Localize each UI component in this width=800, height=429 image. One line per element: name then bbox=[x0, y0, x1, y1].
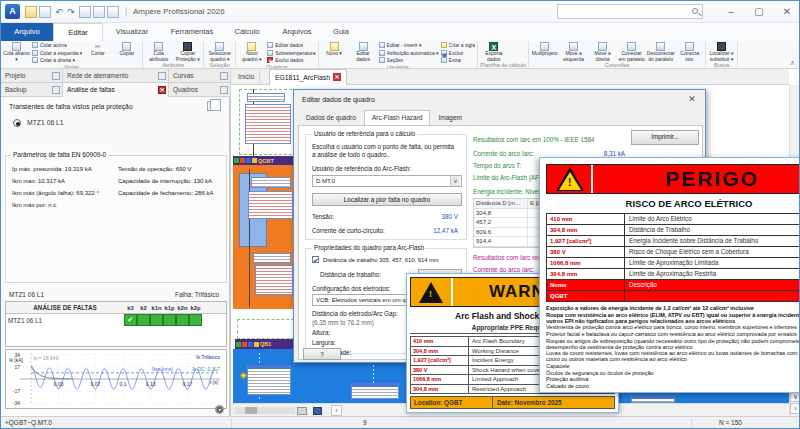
panel-tab-analise-de-faltas[interactable]: Análise de faltas✕ bbox=[63, 83, 169, 97]
redo-icon[interactable]: ↷ bbox=[65, 6, 77, 18]
auto-assign-button[interactable]: Atribuição automática ▾ bbox=[379, 50, 439, 57]
edit-page-button[interactable]: Editar dados bbox=[350, 42, 377, 62]
panel-tab-quadros[interactable]: Quadros bbox=[169, 83, 231, 97]
fault-cell-k2p[interactable] bbox=[189, 314, 202, 326]
tab-arquivos[interactable]: Arquivos bbox=[271, 23, 323, 41]
new-frame-button[interactable]: Novo quadro ▾ bbox=[238, 42, 265, 62]
tab-ferramentas[interactable]: Ferramentas bbox=[161, 23, 223, 41]
fault-cell-k1p[interactable] bbox=[163, 314, 176, 326]
fault-cell-k1n[interactable] bbox=[150, 314, 163, 326]
panel-tab-icon[interactable] bbox=[220, 72, 228, 80]
diagram-node-label bbox=[247, 365, 291, 395]
perigo-subtitle: RISCO DE ARCO ELÉTRICO bbox=[546, 198, 800, 209]
search-input[interactable] bbox=[557, 4, 703, 19]
panel-tab-icon[interactable] bbox=[220, 86, 228, 94]
find-worst-fault-button[interactable]: Localizar a pior falta no quadro bbox=[312, 193, 462, 206]
undo-icon[interactable]: ↶ bbox=[53, 6, 65, 18]
doc-tab-inicio[interactable]: Início bbox=[233, 69, 260, 85]
move-left-icon bbox=[569, 42, 578, 51]
dialog-tab-imagem[interactable]: Imagem bbox=[430, 110, 469, 126]
fault-cell-k3[interactable]: ✔ bbox=[124, 314, 137, 326]
multiproject-icon bbox=[540, 42, 549, 51]
fault-cell-k2n[interactable] bbox=[176, 314, 189, 326]
bus-bar-qgbt[interactable]: QGBT bbox=[233, 156, 293, 165]
open-folder-icon[interactable] bbox=[25, 6, 37, 18]
tab-arquivo[interactable]: Arquivo bbox=[1, 23, 53, 41]
curto-circuito-value: 12,47 kA bbox=[433, 227, 458, 234]
tab-editar[interactable]: Editar bbox=[53, 23, 103, 41]
print-icon[interactable] bbox=[297, 407, 307, 415]
binoculars-button[interactable]: Localizar e substituir ▾ bbox=[708, 42, 735, 62]
imprimir-button[interactable]: Imprimir... bbox=[631, 130, 699, 145]
panel-tab-icon[interactable] bbox=[52, 72, 60, 80]
move-right-button[interactable]: Move a direita bbox=[589, 42, 616, 62]
edit-grid-button[interactable]: Editar dados bbox=[267, 42, 315, 49]
settings-gear-icon[interactable] bbox=[215, 405, 224, 414]
doc-tab-arcflash[interactable]: EG1811_ArcFlash✕ bbox=[269, 69, 347, 85]
customize-toolbar-icon[interactable] bbox=[107, 6, 119, 18]
panel-tab-rede-aterramento[interactable]: Rede de aterramento bbox=[63, 69, 169, 83]
transient-radio[interactable] bbox=[13, 119, 21, 127]
select-frame-button[interactable]: Selecione quadro ▾ bbox=[206, 42, 233, 62]
new-page-button[interactable]: Novo ▾ bbox=[321, 42, 348, 57]
fault-table-column: k3 bbox=[124, 302, 137, 314]
scroll-left-button[interactable]: ‹ bbox=[331, 405, 342, 416]
save-icon[interactable] bbox=[313, 407, 322, 415]
edit-insert-button[interactable]: Editar - inserir ▾ bbox=[379, 42, 439, 49]
grid-icon[interactable] bbox=[93, 6, 105, 18]
perigo-paragraphs: Exposição a valores de energia incidente… bbox=[546, 306, 800, 388]
panel-tab-backup[interactable]: Backup bbox=[1, 83, 63, 97]
scissors-button[interactable]: ✂Cortar bbox=[84, 42, 111, 57]
scrollbar-track[interactable] bbox=[235, 407, 295, 414]
multiproject-button[interactable]: Multiprojeto bbox=[531, 42, 558, 57]
dialog-close-button[interactable]: ✕ bbox=[679, 90, 705, 108]
temperature-button[interactable]: Sobretemperatura bbox=[267, 50, 315, 57]
dialog-tab-dados[interactable]: Dados de quadro bbox=[298, 110, 364, 126]
tab-calculo[interactable]: Cálculo bbox=[223, 23, 271, 41]
print-icon[interactable] bbox=[79, 6, 91, 18]
bus-bar-qb1[interactable]: QB1 bbox=[235, 339, 299, 349]
window-title: Ampère Profissional 2026 bbox=[133, 7, 225, 16]
paste-button[interactable]: Cola abaixo ▾ bbox=[3, 42, 30, 62]
fault-analysis-table[interactable]: ANÁLISE DE FALTAS k3k2k1nk1pk2nk2p MTZ1 … bbox=[5, 301, 227, 347]
arcflash-user-select[interactable]: D.MT.0 bbox=[312, 175, 462, 187]
help-button[interactable]: ? bbox=[303, 348, 341, 360]
left-panel: Projeto Rede de aterramento Curvas Backu… bbox=[1, 69, 231, 416]
perigo-paragraph: Capacete bbox=[546, 364, 800, 370]
svg-text:Ik Trifásico: Ik Trifásico bbox=[196, 354, 220, 360]
copy-icon[interactable] bbox=[207, 101, 216, 111]
excel-button[interactable]: XExporta dados usuários ▾ bbox=[480, 42, 507, 62]
panel-tab-projeto[interactable]: Projeto bbox=[1, 69, 63, 83]
clipboard-button[interactable]: Cola atributos bbox=[145, 42, 172, 62]
tab-visualizar[interactable]: Visualizar bbox=[103, 23, 161, 41]
tab-guia[interactable]: Guia bbox=[323, 23, 359, 41]
move-left-button[interactable]: Move a esquerda bbox=[560, 42, 587, 62]
close-button[interactable]: ✕ bbox=[773, 1, 800, 22]
close-tab-icon[interactable]: ✕ bbox=[333, 73, 341, 81]
search-icon bbox=[692, 8, 698, 14]
close-tab-icon[interactable]: ✕ bbox=[158, 86, 166, 94]
select-frame-icon bbox=[215, 42, 224, 51]
minimize-button[interactable]: – bbox=[717, 1, 745, 22]
paste-left-button[interactable]: Colar à esquerda ▾ bbox=[32, 50, 82, 57]
panel-tab-icon[interactable] bbox=[52, 86, 60, 94]
scrollbar-handle[interactable] bbox=[245, 407, 257, 414]
connect-parallel-button[interactable]: Conectar em paralelo bbox=[618, 42, 645, 62]
work-distance-checkbox[interactable]: ✔ bbox=[312, 256, 319, 263]
transients-title: Transientes de falha vistos pela proteçã… bbox=[9, 103, 133, 110]
dialog-tab-arcflash[interactable]: Arc-Flash Hazard bbox=[364, 110, 431, 126]
disconnect-parallel-button[interactable]: Desconectar do paralelo bbox=[647, 42, 674, 62]
copy-button[interactable]: Copiar bbox=[113, 42, 140, 57]
scroll-right-button[interactable]: › bbox=[790, 403, 800, 414]
save-icon[interactable] bbox=[39, 6, 51, 18]
panel-tab-curvas[interactable]: Curvas bbox=[169, 69, 231, 83]
ribbon-collapse-icon[interactable]: ∧ bbox=[790, 59, 795, 67]
paste-up-button[interactable]: Colar acima bbox=[32, 42, 82, 49]
connect-nodes-button[interactable]: Conecta nós: primeira distribuição bbox=[676, 42, 703, 62]
maximize-button[interactable]: ▢ bbox=[745, 1, 773, 22]
copy-dark-button[interactable]: Copiar Proteção ▾ bbox=[174, 42, 201, 62]
fault-cell-k2[interactable] bbox=[137, 314, 150, 326]
acronym-button[interactable]: Criar a sigla bbox=[441, 42, 476, 49]
delete-page-button[interactable]: ✖Excluir bbox=[441, 50, 476, 57]
panel-tab-icon[interactable] bbox=[158, 72, 166, 80]
